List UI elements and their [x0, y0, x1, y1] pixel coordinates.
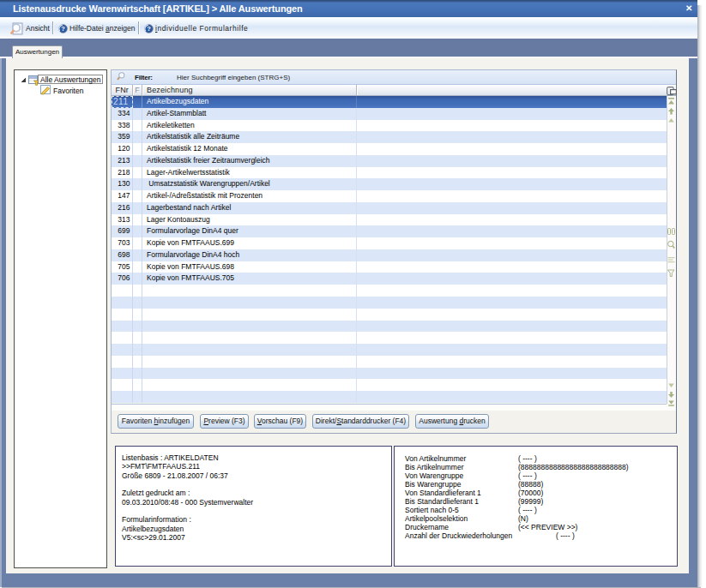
svg-text:?: ?: [61, 25, 65, 33]
svg-text:?: ?: [147, 25, 151, 33]
